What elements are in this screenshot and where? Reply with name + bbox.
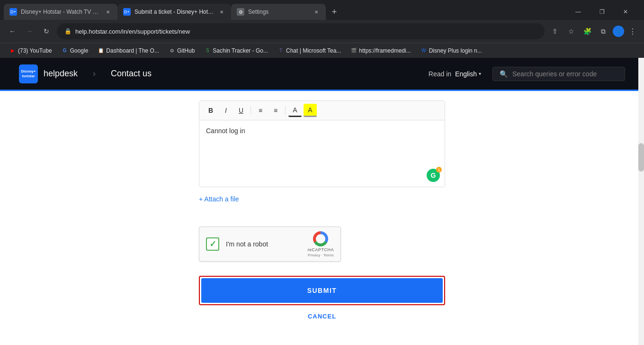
bookmark-google[interactable]: G Google	[58, 46, 92, 55]
editor-body[interactable]: Cannot log in G 1	[199, 120, 445, 187]
recaptcha-brand: reCAPTCHA	[307, 247, 334, 252]
page-title: Contact us	[111, 69, 152, 79]
bookmark-github[interactable]: ⊙ GitHub	[165, 46, 198, 55]
main-content: B I U ≡ ≡ A A Cannot log in G 1	[0, 91, 644, 345]
tab-favicon-2: D+	[123, 8, 131, 16]
toolbar-divider-1	[250, 106, 251, 115]
recaptcha-box[interactable]: ✓ I'm not a robot reCAPTCHA Privacy · Te…	[199, 227, 341, 262]
search-input[interactable]: Search queries or error code	[512, 70, 618, 78]
scrollbar-thumb[interactable]	[638, 143, 644, 172]
underline-button[interactable]: U	[234, 104, 248, 117]
bookmark-disneyplus[interactable]: W Disney Plus login n...	[417, 46, 486, 55]
close-button[interactable]: ✕	[615, 5, 636, 18]
language-label: English	[455, 70, 477, 78]
lock-icon: 🔒	[64, 28, 72, 35]
logo-text: helpdesk	[44, 69, 78, 79]
search-icon: 🔍	[500, 70, 508, 78]
bookmark-dashboard-label: Dashboard | The O...	[106, 47, 159, 54]
attach-file-link[interactable]: + Attach a file	[199, 195, 239, 203]
bookmark-dashboard[interactable]: 📋 Dashboard | The O...	[94, 46, 163, 55]
page-wrapper: Disney+hotstar helpdesk › Contact us Rea…	[0, 58, 644, 345]
rich-text-editor: B I U ≡ ≡ A A Cannot log in G 1	[199, 100, 445, 187]
logo-icon: Disney+hotstar	[19, 64, 38, 83]
bookmark-google-label: Google	[70, 47, 89, 54]
editor-content: Cannot log in	[206, 127, 245, 135]
bookmark-framed-label: https://framedmedi...	[359, 47, 411, 54]
tab-close-1[interactable]: ✕	[104, 8, 112, 16]
language-dropdown-icon: ▾	[479, 71, 481, 76]
disneyplus-favicon: W	[420, 47, 427, 54]
bookmark-teams-label: Chat | Microsoft Tea...	[286, 47, 341, 54]
bookmark-framed[interactable]: 🎬 https://framedmedi...	[347, 46, 414, 55]
read-in-area: Read in English ▾	[429, 70, 481, 78]
scrollbar-track	[638, 58, 644, 345]
sachin-favicon: S	[204, 47, 211, 54]
breadcrumb-arrow: ›	[93, 69, 96, 79]
minimize-button[interactable]: —	[567, 5, 589, 18]
form-container: B I U ≡ ≡ A A Cannot log in G 1	[199, 91, 445, 345]
tab-close-2[interactable]: ✕	[218, 8, 225, 16]
tab-title-2: Submit a ticket - Disney+ Hotsta...	[134, 9, 214, 15]
tab-title-3: Settings	[248, 9, 309, 15]
dashboard-favicon: 📋	[98, 47, 104, 54]
split-view-button[interactable]: ⧉	[597, 25, 610, 38]
bookmark-sachin[interactable]: S Sachin Tracker - Go...	[200, 46, 272, 55]
teams-favicon: T	[277, 47, 284, 54]
italic-button[interactable]: I	[219, 104, 233, 117]
tab-disney-hotstar[interactable]: D+ Disney+ Hotstar - Watch TV Sho... ✕	[4, 4, 117, 20]
tab-favicon-1: D+	[9, 8, 17, 16]
youtube-favicon: ▶	[9, 47, 16, 54]
recaptcha-logo	[313, 231, 328, 246]
browser-menu-button[interactable]: ⋮	[627, 25, 638, 38]
tab-submit-ticket[interactable]: D+ Submit a ticket - Disney+ Hotsta... ✕	[117, 4, 231, 20]
maximize-button[interactable]: ❐	[591, 5, 613, 18]
submit-button[interactable]: SUBMIT	[201, 278, 443, 303]
recaptcha-checkbox[interactable]: ✓	[206, 237, 219, 251]
bookmark-sachin-label: Sachin Tracker - Go...	[213, 47, 268, 54]
bookmark-disneyplus-label: Disney Plus login n...	[429, 47, 482, 54]
url-text: help.hotstar.com/in/en/support/tickets/n…	[75, 28, 537, 35]
cancel-link[interactable]: CANCEL	[199, 313, 445, 320]
profile-button[interactable]: 👤	[613, 26, 624, 37]
logo-area: Disney+hotstar helpdesk	[19, 64, 78, 83]
site-header: Disney+hotstar helpdesk › Contact us Rea…	[0, 58, 644, 91]
toolbar-divider-2	[285, 106, 286, 115]
grammarly-badge: 1	[436, 167, 442, 172]
bookmark-youtube[interactable]: ▶ (73) YouTube	[6, 46, 56, 55]
read-in-label: Read in	[429, 70, 451, 78]
search-box[interactable]: 🔍 Search queries or error code	[492, 67, 625, 81]
framed-favicon: 🎬	[350, 47, 357, 54]
bullet-list-button[interactable]: ≡	[254, 104, 267, 117]
tab-title-1: Disney+ Hotstar - Watch TV Sho...	[21, 9, 100, 15]
recaptcha-logo-area: reCAPTCHA Privacy · Terms	[307, 231, 334, 257]
github-favicon: ⊙	[169, 47, 175, 54]
tab-settings[interactable]: ⚙ Settings ✕	[231, 4, 326, 20]
window-controls: — ❐ ✕	[567, 5, 640, 18]
tab-bar: D+ Disney+ Hotstar - Watch TV Sho... ✕ D…	[0, 0, 644, 20]
recaptcha-label: I'm not a robot	[226, 240, 301, 248]
share-button[interactable]: ⇧	[548, 25, 562, 38]
forward-button[interactable]: →	[23, 25, 36, 38]
bold-button[interactable]: B	[204, 104, 217, 117]
address-actions: ⇧ ☆ 🧩 ⧉ 👤 ⋮	[548, 25, 638, 38]
url-bar[interactable]: 🔒 help.hotstar.com/in/en/support/tickets…	[57, 23, 545, 39]
highlight-button[interactable]: A	[304, 104, 317, 117]
language-selector[interactable]: English ▾	[455, 70, 481, 78]
editor-toolbar: B I U ≡ ≡ A A	[199, 101, 445, 120]
refresh-button[interactable]: ↻	[40, 25, 53, 38]
extensions-button[interactable]: 🧩	[581, 25, 594, 38]
tab-favicon-3: ⚙	[237, 8, 244, 16]
tab-close-3[interactable]: ✕	[313, 8, 320, 16]
bookmark-youtube-label: (73) YouTube	[18, 47, 52, 54]
back-button[interactable]: ←	[6, 25, 19, 38]
address-bar: ← → ↻ 🔒 help.hotstar.com/in/en/support/t…	[0, 20, 644, 43]
new-tab-button[interactable]: +	[328, 5, 341, 18]
recaptcha-logo-center	[316, 234, 325, 244]
recaptcha-links: Privacy · Terms	[308, 253, 334, 257]
google-favicon: G	[62, 47, 68, 54]
bookmark-teams[interactable]: T Chat | Microsoft Tea...	[274, 46, 345, 55]
font-color-button[interactable]: A	[288, 104, 302, 117]
submit-button-wrapper: SUBMIT	[199, 276, 445, 305]
numbered-list-button[interactable]: ≡	[269, 104, 282, 117]
bookmark-button[interactable]: ☆	[564, 25, 578, 38]
